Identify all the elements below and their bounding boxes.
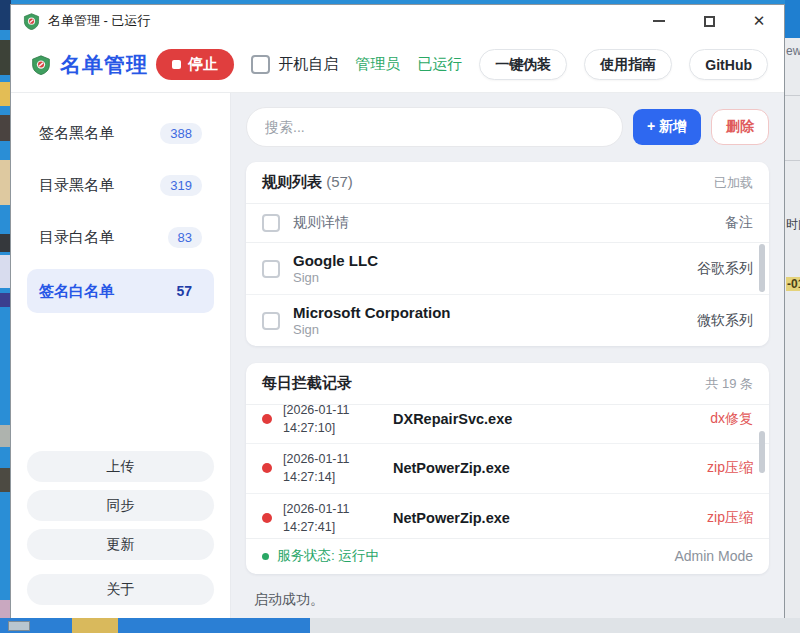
sidebar-actions: 上传 同步 更新 关于 xyxy=(27,451,214,605)
close-button[interactable]: ✕ xyxy=(734,5,784,37)
log-panel-header: 每日拦截记录 共 19 条 xyxy=(246,363,769,405)
rule-name: Google LLC xyxy=(293,252,378,269)
stop-icon xyxy=(172,60,181,69)
rule-name: Microsoft Corporation xyxy=(293,304,451,321)
log-timestamp: [2026-01-11 14:27:10] xyxy=(283,405,371,437)
autostart-checkbox[interactable] xyxy=(251,55,270,74)
table-row[interactable]: Google LLC Sign 谷歌系列 xyxy=(246,243,769,295)
app-shield-icon xyxy=(23,13,40,30)
log-process-name: NetPowerZip.exe xyxy=(393,460,510,476)
sync-button[interactable]: 同步 xyxy=(27,490,214,521)
list-item[interactable]: [2026-01-11 14:27:41] NetPowerZip.exe zi… xyxy=(246,494,769,539)
log-time: 14:27:10] xyxy=(283,421,335,435)
background-text-fragment: -01 xyxy=(786,277,800,291)
log-count: 共 19 条 xyxy=(705,375,753,393)
sidebar-item-label: 目录黑名单 xyxy=(39,176,114,195)
rules-panel-title: 规则列表 (57) xyxy=(262,173,353,192)
scrollbar-thumb[interactable] xyxy=(759,431,765,473)
disguise-button[interactable]: 一键伪装 xyxy=(479,49,567,80)
log-timestamp: [2026-01-11 14:27:41] xyxy=(283,500,371,536)
window-controls: ✕ xyxy=(634,5,784,37)
taskbar-tray[interactable] xyxy=(310,618,800,633)
log-time: 14:27:41] xyxy=(283,520,335,534)
app-logo: 名单管理 xyxy=(31,51,148,79)
rules-list: Google LLC Sign 谷歌系列 Microsoft Corporati… xyxy=(246,243,769,346)
service-status-text: 服务状态: 运行中 xyxy=(277,547,379,565)
minimize-icon xyxy=(653,20,665,22)
log-tag: zip压缩 xyxy=(707,459,753,477)
app-window: 名单管理 - 已运行 ✕ 名单管理 停止 开机自启 xyxy=(10,4,785,620)
rule-note: 微软系列 xyxy=(697,312,753,330)
divider xyxy=(785,160,800,161)
row-checkbox[interactable] xyxy=(262,312,280,330)
rule-type: Sign xyxy=(293,322,451,337)
guide-button[interactable]: 使用指南 xyxy=(584,49,672,80)
taskbar-item[interactable] xyxy=(72,618,118,633)
maximize-icon xyxy=(704,16,715,27)
sidebar-item-label: 签名白名单 xyxy=(39,282,114,301)
sidebar-item-dir-whitelist[interactable]: 目录白名单 83 xyxy=(27,217,214,257)
log-list: [2026-01-11 14:27:10] DXRepairSvc.exe dx… xyxy=(246,405,769,538)
column-rule-detail: 规则详情 xyxy=(293,214,349,232)
count-badge: 319 xyxy=(160,175,202,196)
list-item[interactable]: [2026-01-11 14:27:10] DXRepairSvc.exe dx… xyxy=(246,405,769,444)
search-input[interactable] xyxy=(246,107,623,147)
github-button[interactable]: GitHub xyxy=(689,49,768,80)
taskbar[interactable] xyxy=(0,618,800,633)
background-text-fragment: ew xyxy=(786,44,800,58)
divider xyxy=(785,95,800,96)
sidebar-item-sign-blacklist[interactable]: 签名黑名单 388 xyxy=(27,113,214,153)
rules-table-header: 规则详情 备注 xyxy=(246,204,769,243)
update-button[interactable]: 更新 xyxy=(27,529,214,560)
count-badge: 83 xyxy=(168,227,202,248)
log-panel-title: 每日拦截记录 xyxy=(262,374,352,393)
sidebar: 签名黑名单 388 目录黑名单 319 目录白名单 83 签名白名单 57 上传… xyxy=(11,93,231,619)
window-body: 签名黑名单 388 目录黑名单 319 目录白名单 83 签名白名单 57 上传… xyxy=(11,93,784,619)
list-item[interactable]: [2026-01-11 14:27:14] NetPowerZip.exe zi… xyxy=(246,444,769,493)
scrollbar-thumb[interactable] xyxy=(759,244,765,292)
row-checkbox[interactable] xyxy=(262,260,280,278)
sidebar-item-label: 目录白名单 xyxy=(39,228,114,247)
log-date: [2026-01-11 xyxy=(283,405,350,417)
background-window-titlebar xyxy=(785,0,800,38)
about-button[interactable]: 关于 xyxy=(27,574,214,605)
count-badge: 388 xyxy=(160,123,202,144)
autostart-checkbox-row[interactable]: 开机自启 xyxy=(251,55,338,74)
rule-info: Google LLC Sign xyxy=(293,252,378,285)
running-status-badge: 已运行 xyxy=(417,55,462,74)
rule-type: Sign xyxy=(293,270,378,285)
window-title: 名单管理 - 已运行 xyxy=(48,12,151,30)
desktop-background-right: ew 时间 -01 xyxy=(785,0,800,620)
admin-status-badge: 管理员 xyxy=(355,55,400,74)
rules-loaded-status: 已加载 xyxy=(714,174,753,192)
taskbar-icon[interactable] xyxy=(8,621,30,631)
sidebar-item-sign-whitelist[interactable]: 签名白名单 57 xyxy=(27,269,214,313)
minimize-button[interactable] xyxy=(634,5,684,37)
sidebar-item-label: 签名黑名单 xyxy=(39,124,114,143)
app-name: 名单管理 xyxy=(60,51,148,79)
rules-panel: 规则列表 (57) 已加载 规则详情 备注 Google LLC Si xyxy=(246,162,769,346)
app-shield-icon xyxy=(31,55,51,75)
rules-title-text: 规则列表 xyxy=(262,173,322,190)
select-all-checkbox[interactable] xyxy=(262,214,280,232)
upload-button[interactable]: 上传 xyxy=(27,451,214,482)
service-status-row: 服务状态: 运行中 Admin Mode xyxy=(246,538,769,574)
rules-panel-header: 规则列表 (57) 已加载 xyxy=(246,162,769,204)
add-button[interactable]: + 新增 xyxy=(633,109,701,145)
log-date: [2026-01-11 xyxy=(283,452,350,466)
log-time: 14:27:14] xyxy=(283,470,335,484)
log-process-name: NetPowerZip.exe xyxy=(393,510,510,526)
sidebar-item-dir-blacklist[interactable]: 目录黑名单 319 xyxy=(27,165,214,205)
table-row[interactable]: Microsoft Corporation Sign 微软系列 xyxy=(246,295,769,346)
stop-button-label: 停止 xyxy=(188,55,218,74)
block-dot-icon xyxy=(262,513,272,523)
maximize-button[interactable] xyxy=(684,5,734,37)
autostart-label: 开机自启 xyxy=(278,55,338,74)
service-status-dot-icon xyxy=(262,553,269,560)
close-icon: ✕ xyxy=(753,12,766,30)
stop-button[interactable]: 停止 xyxy=(156,49,234,80)
main-content: + 新增 删除 规则列表 (57) 已加载 规则详情 备注 xyxy=(231,93,784,619)
block-dot-icon xyxy=(262,463,272,473)
delete-button[interactable]: 删除 xyxy=(711,109,769,145)
count-badge: 57 xyxy=(166,280,202,302)
